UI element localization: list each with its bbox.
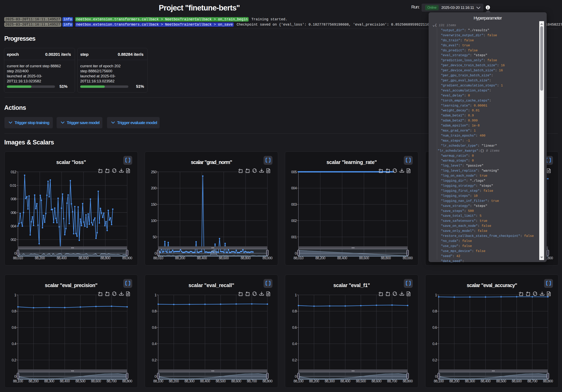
- svg-text:88,600: 88,600: [79, 256, 89, 260]
- svg-text:0: 0: [295, 251, 297, 255]
- svg-text:88,800: 88,800: [241, 256, 251, 260]
- svg-text:88,600: 88,600: [359, 256, 369, 260]
- svg-text:88,300: 88,300: [465, 379, 475, 383]
- svg-text:0.8: 0.8: [152, 309, 157, 313]
- svg-text:200: 200: [151, 186, 157, 190]
- svg-text:88,200: 88,200: [35, 256, 45, 260]
- svg-text:88,100: 88,100: [153, 379, 163, 383]
- svg-text:88,400: 88,400: [337, 256, 347, 260]
- svg-text:88,700: 88,700: [247, 379, 257, 383]
- svg-text:0.8: 0.8: [12, 309, 16, 313]
- svg-text:88,500: 88,500: [75, 379, 85, 383]
- svg-text:88,400: 88,400: [197, 256, 207, 260]
- svg-text:scalar "eval_recall": scalar "eval_recall": [189, 282, 234, 288]
- svg-text:88,200: 88,200: [449, 379, 459, 383]
- svg-text:0.2: 0.2: [12, 358, 16, 362]
- svg-text:0: 0: [154, 251, 157, 255]
- svg-text:88,400: 88,400: [200, 379, 210, 383]
- svg-text:0.8: 0.8: [292, 309, 297, 313]
- svg-text:0.6: 0.6: [152, 325, 157, 330]
- svg-text:0.4: 0.4: [12, 342, 16, 346]
- svg-text:0.8: 0.8: [433, 309, 437, 313]
- svg-text:scalar "eval_f1": scalar "eval_f1": [333, 282, 370, 288]
- svg-text:0.4: 0.4: [152, 342, 157, 346]
- svg-text:0.2: 0.2: [152, 358, 157, 362]
- svg-text:scalar "learning_rate": scalar "learning_rate": [327, 159, 377, 165]
- svg-text:88,500: 88,500: [496, 379, 506, 383]
- svg-text:100: 100: [151, 219, 157, 223]
- svg-text:89,000: 89,000: [262, 256, 272, 260]
- svg-text:88,800: 88,800: [122, 379, 132, 383]
- svg-text:004: 004: [291, 186, 297, 190]
- svg-text:88,800: 88,800: [262, 379, 272, 383]
- svg-text:1: 1: [295, 293, 297, 297]
- svg-text:0: 0: [435, 374, 437, 379]
- svg-text:88,800: 88,800: [403, 379, 413, 383]
- svg-text:0: 0: [14, 374, 16, 379]
- svg-text:0.6: 0.6: [433, 325, 437, 330]
- svg-text:250: 250: [151, 170, 157, 174]
- svg-text:scalar "eval_accuracy": scalar "eval_accuracy": [467, 282, 517, 288]
- svg-text:0: 0: [295, 374, 297, 379]
- svg-text:0.2: 0.2: [433, 358, 437, 362]
- svg-text:0.4: 0.4: [292, 342, 297, 346]
- svg-text:002: 002: [291, 219, 297, 223]
- svg-text:88,600: 88,600: [91, 379, 101, 383]
- svg-text:88,600: 88,600: [219, 256, 229, 260]
- svg-text:88,100: 88,100: [434, 379, 444, 383]
- svg-text:88,400: 88,400: [340, 379, 351, 383]
- svg-text:0: 0: [154, 374, 157, 379]
- svg-text:0: 0: [14, 251, 16, 255]
- svg-text:88,100: 88,100: [293, 379, 304, 383]
- svg-text:88,700: 88,700: [527, 379, 538, 383]
- svg-text:012: 012: [11, 170, 16, 174]
- svg-text:88,200: 88,200: [169, 379, 179, 383]
- svg-text:88,200: 88,200: [309, 379, 319, 383]
- svg-text:0.6: 0.6: [12, 325, 16, 330]
- svg-text:005: 005: [291, 170, 297, 174]
- svg-text:88,400: 88,400: [57, 256, 67, 260]
- svg-text:50: 50: [153, 235, 157, 239]
- svg-text:150: 150: [151, 202, 157, 207]
- svg-text:88,800: 88,800: [543, 379, 553, 383]
- svg-text:001: 001: [291, 235, 297, 239]
- svg-text:002: 002: [11, 238, 16, 242]
- svg-text:1: 1: [14, 293, 16, 297]
- svg-text:0.2: 0.2: [292, 358, 297, 362]
- svg-text:89,000: 89,000: [122, 256, 132, 260]
- svg-text:88,500: 88,500: [216, 379, 226, 383]
- svg-text:0.01: 0.01: [10, 184, 16, 187]
- svg-text:88,700: 88,700: [106, 379, 117, 383]
- svg-text:scalar "grad_norm": scalar "grad_norm": [191, 159, 232, 165]
- svg-text:88,300: 88,300: [44, 379, 54, 383]
- svg-text:004: 004: [11, 224, 16, 228]
- svg-text:0.4: 0.4: [433, 342, 437, 346]
- svg-text:1: 1: [435, 293, 437, 297]
- svg-text:88,600: 88,600: [231, 379, 241, 383]
- svg-text:88,100: 88,100: [13, 379, 23, 383]
- svg-text:88,600: 88,600: [512, 379, 522, 383]
- svg-text:89,000: 89,000: [403, 256, 413, 260]
- svg-text:88,400: 88,400: [60, 379, 70, 383]
- svg-text:003: 003: [291, 202, 297, 207]
- svg-text:88,400: 88,400: [480, 379, 491, 383]
- svg-text:scalar "eval_precision": scalar "eval_precision": [45, 282, 97, 288]
- svg-text:88,300: 88,300: [325, 379, 335, 383]
- svg-text:88,800: 88,800: [381, 256, 391, 260]
- svg-text:88,200: 88,200: [29, 379, 39, 383]
- svg-text:008: 008: [11, 197, 16, 201]
- svg-text:88,010: 88,010: [153, 256, 163, 260]
- svg-text:88,010: 88,010: [293, 256, 304, 260]
- svg-text:006: 006: [11, 211, 16, 215]
- svg-text:scalar "loss": scalar "loss": [56, 159, 86, 165]
- svg-text:88,010: 88,010: [13, 256, 23, 260]
- svg-text:88,800: 88,800: [100, 256, 110, 260]
- svg-text:88,200: 88,200: [175, 256, 185, 260]
- svg-text:88,600: 88,600: [372, 379, 382, 383]
- svg-text:88,500: 88,500: [356, 379, 366, 383]
- svg-text:88,200: 88,200: [315, 256, 326, 260]
- svg-text:88,300: 88,300: [184, 379, 194, 383]
- svg-text:1: 1: [154, 293, 157, 297]
- svg-text:0.6: 0.6: [292, 325, 297, 330]
- svg-text:88,700: 88,700: [387, 379, 397, 383]
